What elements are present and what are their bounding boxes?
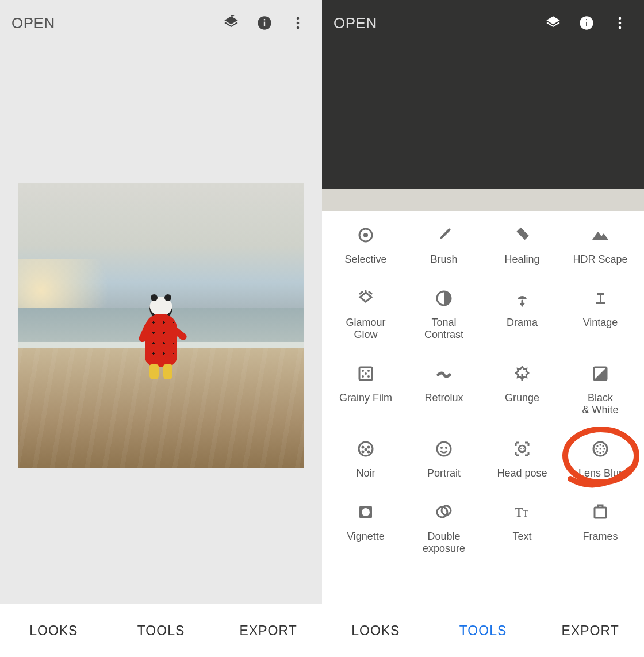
tool-double-exposure[interactable]: Double exposure (405, 498, 483, 558)
tool-label: Grunge (505, 392, 539, 405)
svg-point-5 (297, 26, 300, 29)
svg-point-9 (619, 17, 622, 20)
screen-right: OPEN SelectiveBrushHealingHDR ScapeGlamo… (322, 0, 644, 657)
bottom-tabs: LOOKS TOOLS EXPORT (322, 604, 644, 657)
top-bar: OPEN (0, 0, 322, 46)
healing-icon (511, 224, 534, 247)
tool-grunge[interactable]: Grunge (483, 360, 561, 419)
tool-portrait[interactable]: Portrait (405, 435, 483, 482)
tool-label: Healing (504, 253, 539, 266)
tool-label: Vignette (347, 531, 385, 543)
tool-label: Brush (430, 253, 457, 266)
tool-label: Tonal Contrast (424, 317, 463, 341)
tool-text[interactable]: Text (483, 498, 561, 558)
tools-panel: SelectiveBrushHealingHDR ScapeGlamour Gl… (322, 211, 644, 604)
tab-looks[interactable]: LOOKS (322, 604, 430, 657)
grunge-icon (511, 362, 534, 385)
photo-preview (18, 183, 304, 468)
tool-label: Retrolux (424, 392, 463, 405)
selective-icon (354, 224, 377, 247)
vignette-icon (354, 501, 377, 524)
tool-label: Selective (344, 253, 386, 266)
more-icon[interactable] (285, 10, 310, 36)
svg-point-10 (619, 22, 622, 25)
tool-grid: SelectiveBrushHealingHDR ScapeGlamour Gl… (322, 221, 644, 558)
tool-label: Black & White (582, 392, 618, 417)
tool-head-pose[interactable]: Head pose (483, 435, 561, 482)
brush-icon (432, 224, 455, 247)
info-icon[interactable] (252, 10, 277, 36)
tool-label: Grainy Film (339, 392, 392, 405)
tab-looks[interactable]: LOOKS (0, 604, 108, 657)
drama-icon (511, 287, 534, 310)
tool-brush[interactable]: Brush (405, 221, 483, 268)
tool-label: Glamour Glow (346, 317, 385, 341)
glamour-icon (354, 287, 377, 310)
layers-icon[interactable] (218, 10, 244, 36)
tool-hdr-scape[interactable]: HDR Scape (561, 221, 639, 268)
bottom-tabs: LOOKS TOOLS EXPORT (0, 604, 322, 657)
text-icon (511, 501, 534, 524)
tool-grainy-film[interactable]: Grainy Film (327, 360, 405, 419)
tab-export[interactable]: EXPORT (214, 604, 322, 657)
frames-icon (589, 501, 612, 524)
svg-rect-1 (264, 22, 265, 26)
tool-tonal-contrast[interactable]: Tonal Contrast (405, 285, 483, 344)
retrolux-icon (432, 362, 455, 385)
tool-label: Noir (356, 467, 375, 480)
tonal-icon (432, 287, 455, 310)
grainy-icon (354, 362, 377, 385)
svg-point-3 (297, 17, 300, 20)
bw-icon (589, 362, 612, 385)
svg-rect-7 (586, 22, 587, 26)
tool-label: Text (512, 531, 531, 543)
info-icon[interactable] (574, 10, 599, 36)
tool-healing[interactable]: Healing (483, 221, 561, 268)
tab-tools[interactable]: TOOLS (108, 604, 215, 657)
more-icon[interactable] (607, 10, 632, 36)
image-canvas[interactable] (0, 46, 322, 604)
tab-export[interactable]: EXPORT (536, 604, 644, 657)
tool-vintage[interactable]: Vintage (561, 285, 639, 344)
tool-vignette[interactable]: Vignette (327, 498, 405, 558)
open-button[interactable]: OPEN (334, 14, 377, 32)
tool-selective[interactable]: Selective (327, 221, 405, 268)
tool-label: Portrait (427, 467, 461, 480)
tool-lens-blur[interactable]: Lens Blur (561, 435, 639, 482)
tool-label: Double exposure (423, 531, 465, 555)
tool-label: Lens Blur (578, 467, 622, 480)
dimmed-background: OPEN (322, 0, 644, 211)
tool-frames[interactable]: Frames (561, 498, 639, 558)
tool-drama[interactable]: Drama (483, 285, 561, 344)
lensblur-icon (589, 437, 612, 460)
tool-label: HDR Scape (573, 253, 627, 266)
svg-rect-8 (586, 19, 587, 20)
tool-label: Vintage (583, 317, 618, 329)
tool-retrolux[interactable]: Retrolux (405, 360, 483, 419)
open-button[interactable]: OPEN (12, 14, 55, 32)
tool-label: Frames (582, 531, 618, 543)
svg-rect-2 (264, 19, 265, 20)
tool-glamour-glow[interactable]: Glamour Glow (327, 285, 405, 344)
tool-black-white[interactable]: Black & White (561, 360, 639, 419)
screen-left: OPEN LOOKS TOOLS (0, 0, 322, 657)
headpose-icon (511, 437, 534, 460)
noir-icon (354, 437, 377, 460)
tool-noir[interactable]: Noir (327, 435, 405, 482)
svg-point-11 (619, 26, 622, 29)
tool-label: Head pose (497, 467, 547, 480)
vintage-icon (589, 287, 612, 310)
svg-point-4 (297, 22, 300, 25)
portrait-icon (432, 437, 455, 460)
tab-tools[interactable]: TOOLS (430, 604, 537, 657)
double-icon (432, 501, 455, 524)
layers-icon[interactable] (540, 10, 566, 36)
hdr-icon (589, 224, 612, 247)
tool-label: Drama (507, 317, 538, 329)
